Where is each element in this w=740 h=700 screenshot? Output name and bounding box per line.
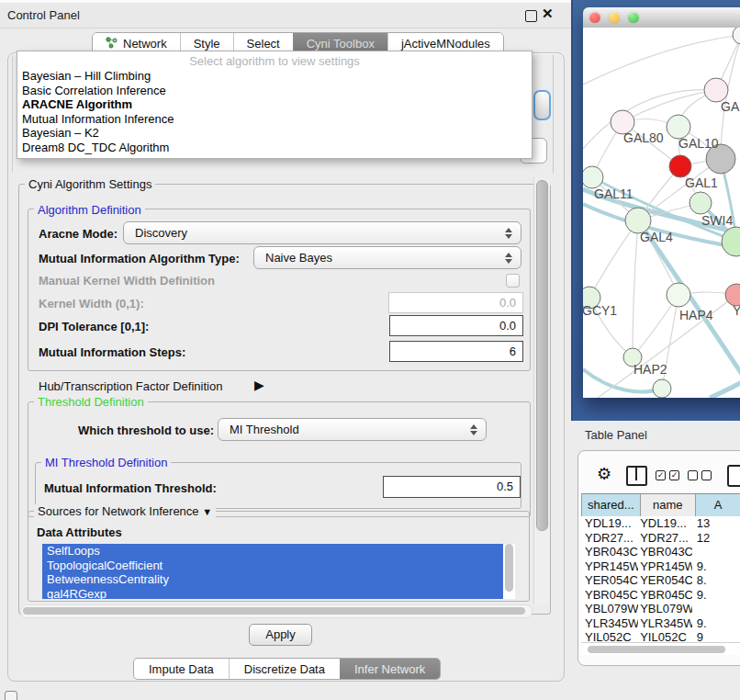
node-label-hap4: HAP4	[679, 308, 713, 322]
table-cell: YDL19...	[581, 516, 638, 531]
cyni-algorithm-settings-title: Cyni Algorithm Settings	[25, 177, 155, 191]
sources-title[interactable]: Sources for Network Inference ▼	[34, 504, 216, 518]
kernel-width-field[interactable]: 0.0	[388, 292, 523, 313]
close-traffic-light[interactable]	[589, 12, 600, 23]
table-panel-title: Table Panel	[585, 428, 647, 442]
popup-item-aracne[interactable]: ARACNE Algorithm	[17, 97, 532, 112]
table-row[interactable]: YER054CYER054C8.	[581, 573, 740, 588]
network-window[interactable]: GALGAL80GAL10GAL1GAL11SWI4GAL4GCY1HAP4YH…	[583, 7, 740, 398]
select-all-columns-icon[interactable]: ✓ ✓	[656, 470, 679, 480]
deselect-all-columns-icon[interactable]	[688, 470, 712, 480]
algorithm-combo-arrow-button[interactable]	[533, 90, 551, 120]
float-window-button[interactable]	[525, 10, 537, 22]
list-item-betweennesscentrality[interactable]: BetweennessCentrality	[42, 572, 503, 587]
table-cell: YBL079W	[638, 602, 692, 616]
node-bottom[interactable]	[653, 379, 671, 398]
unchecked-box-icon	[701, 470, 712, 480]
mi-algorithm-type-combo[interactable]: Naive Bayes	[253, 246, 521, 269]
mi-threshold-field[interactable]: 0.5	[383, 476, 521, 498]
node-gal11[interactable]	[583, 166, 603, 188]
table-horizontal-scrollbar-thumb[interactable]	[588, 646, 725, 653]
popup-item-basic-correlation[interactable]: Basic Correlation Inference	[17, 84, 532, 98]
table-cell: YIL052C	[638, 630, 692, 642]
list-item-gal4rgexp[interactable]: gal4RGexp	[42, 587, 503, 600]
network-window-titlebar[interactable]	[583, 7, 740, 28]
dpi-tolerance-field[interactable]: 0.0	[389, 315, 523, 336]
popup-item-dream8[interactable]: Dream8 DC_TDC Algorithm	[17, 141, 532, 155]
data-attributes-list[interactable]: SelfLoops TopologicalCoefficient Between…	[42, 544, 515, 599]
mi-steps-field[interactable]: 6	[389, 341, 523, 362]
sources-title-text: Sources for Network Inference	[38, 504, 199, 518]
settings-horizontal-scrollbar-thumb[interactable]	[23, 607, 525, 615]
threshold-definition-title: Threshold Definition	[34, 395, 148, 409]
column-header-partial[interactable]: A	[696, 494, 740, 516]
table-header-row: shared... name A	[581, 493, 740, 517]
combo-spinner-icon	[467, 424, 480, 435]
node-label-y: Y	[733, 303, 740, 318]
table-cell	[692, 602, 740, 616]
node-gal1-red[interactable]	[669, 155, 691, 177]
hub-definition-label[interactable]: Hub/Transcription Factor Definition	[39, 379, 222, 393]
list-item-topologicalcoefficient[interactable]: TopologicalCoefficient	[42, 559, 503, 573]
table-row[interactable]: YDR27...YDR27...12	[581, 531, 740, 546]
table-cell: YBR045C	[638, 588, 692, 603]
table-cell: YBR043C	[638, 545, 692, 559]
node-label-gal10: GAL10	[678, 136, 719, 151]
hub-expand-arrow-icon[interactable]: ▶	[254, 378, 264, 392]
tab-select-label: Select	[247, 37, 280, 51]
table-row[interactable]: YPR145WYPR145W9.	[581, 559, 740, 574]
aracne-mode-value: Discovery	[124, 226, 502, 240]
tab-impute-data[interactable]: Impute Data	[134, 659, 229, 679]
tab-infer-network[interactable]: Infer Network	[340, 659, 440, 679]
popup-item-bayesian-k2[interactable]: Bayesian – K2	[17, 126, 532, 141]
which-threshold-combo[interactable]: MI Threshold	[218, 418, 487, 441]
table-cell: 12	[692, 531, 740, 546]
table-row[interactable]: YBR045CYBR045C9.	[581, 588, 740, 603]
mi-steps-label: Mutual Information Steps:	[39, 345, 185, 359]
mi-algorithm-type-value: Naive Bayes	[254, 251, 502, 265]
table-cell: 9.	[692, 588, 740, 603]
list-item-selfloops[interactable]: SelfLoops	[42, 544, 503, 559]
which-threshold-value: MI Threshold	[219, 423, 467, 436]
table-row[interactable]: YLR345WYLR345W9.	[581, 616, 740, 631]
sources-collapse-arrow-icon[interactable]: ▼	[202, 506, 212, 517]
minimize-traffic-light[interactable]	[609, 12, 620, 23]
apply-button[interactable]: Apply	[249, 624, 312, 646]
aracne-mode-label: Aracne Mode:	[39, 227, 118, 241]
node[interactable]	[733, 28, 740, 44]
popup-item-mutual-information[interactable]: Mutual Information Inference	[17, 112, 532, 127]
table-row[interactable]: YDL19...YDL19...13	[581, 516, 740, 531]
node-swi4[interactable]	[690, 192, 712, 214]
new-table-icon[interactable]	[727, 465, 740, 487]
table-row[interactable]: YBR043CYBR043C	[581, 545, 740, 559]
column-header-shared[interactable]: shared...	[582, 494, 641, 516]
column-header-name[interactable]: name	[641, 494, 696, 516]
popup-item-bayesian-hill-climbing[interactable]: Bayesian – Hill Climbing	[17, 69, 532, 84]
data-attributes-scrollbar[interactable]	[505, 544, 513, 592]
table-row[interactable]: YBL079WYBL079W	[581, 602, 740, 616]
close-panel-button[interactable]: ✕	[542, 6, 554, 22]
table-cell: 13	[692, 516, 740, 531]
desktop-background: GALGAL80GAL10GAL1GAL11SWI4GAL4GCY1HAP4YH…	[571, 0, 740, 421]
tab-style-label: Style	[194, 37, 220, 51]
table-cell: YLR345W	[581, 616, 638, 631]
settings-vertical-scrollbar-thumb[interactable]	[536, 180, 548, 531]
tab-discretize-data[interactable]: Discretize Data	[229, 659, 340, 679]
bottom-tabs: Impute Data Discretize Data Infer Networ…	[133, 658, 441, 680]
manual-kernel-width-checkbox[interactable]	[506, 274, 520, 288]
table-cell	[692, 545, 740, 559]
table-settings-gear-icon[interactable]: ⚙	[597, 464, 611, 484]
aracne-mode-combo[interactable]: Discovery	[123, 221, 521, 244]
tab-jactivemnodules-label: jActiveMNodules	[401, 37, 490, 51]
column-layout-icon[interactable]	[626, 466, 647, 486]
zoom-traffic-light[interactable]	[628, 12, 639, 23]
table-cell: YER054C	[581, 573, 638, 588]
node-hap4[interactable]	[667, 283, 690, 307]
minimized-panel-icon[interactable]	[5, 691, 17, 700]
table-horizontal-scrollbar[interactable]	[581, 642, 740, 655]
network-canvas[interactable]: GALGAL80GAL10GAL1GAL11SWI4GAL4GCY1HAP4YH…	[583, 28, 740, 398]
screen: { "titlebar": {"title": "Control Panel"}…	[0, 0, 740, 700]
tab-cyni-toolbox-label: Cyni Toolbox	[307, 37, 375, 51]
node-label-gcy1: GCY1	[583, 303, 617, 318]
table-row[interactable]: YIL052CYIL052C9	[581, 630, 740, 642]
